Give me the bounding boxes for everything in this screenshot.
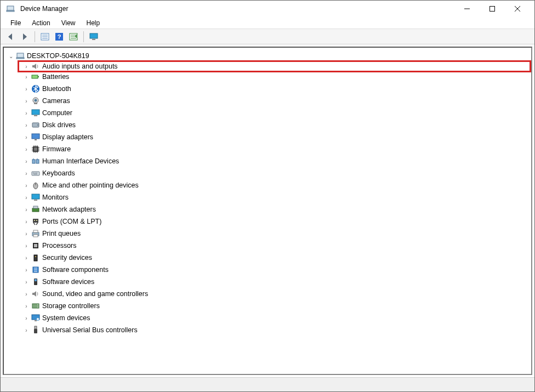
device-category[interactable]: ›Network adapters — [19, 203, 531, 215]
device-category[interactable]: ›Processors — [19, 240, 531, 252]
printer-icon — [31, 229, 40, 238]
expander-icon[interactable]: › — [22, 291, 30, 297]
menubar: FileActionViewHelp — [1, 17, 534, 29]
device-category[interactable]: ›Software components — [19, 264, 531, 276]
svg-rect-87 — [36, 173, 37, 173]
app-icon — [6, 4, 15, 13]
expander-icon[interactable]: › — [22, 243, 30, 249]
expander-icon[interactable]: › — [22, 183, 30, 189]
expander-icon[interactable]: › — [22, 279, 30, 285]
expander-icon[interactable]: › — [22, 195, 30, 201]
menu-file[interactable]: File — [5, 18, 26, 28]
device-category[interactable]: ›Firmware — [19, 143, 531, 155]
svg-rect-95 — [33, 219, 38, 223]
device-category[interactable]: ›Cameras — [19, 95, 531, 107]
category-label: Disk drives — [42, 121, 76, 129]
chip-icon — [31, 145, 40, 154]
menu-help[interactable]: Help — [81, 18, 106, 28]
device-category[interactable]: ›Sound, video and game controllers — [19, 288, 531, 300]
device-category[interactable]: ›Batteries — [19, 71, 531, 83]
close-button[interactable] — [505, 1, 530, 17]
device-tree[interactable]: ⌄DESKTOP-504K819›Audio inputs and output… — [3, 47, 532, 375]
device-category[interactable]: ›Keyboards — [19, 167, 531, 179]
device-category[interactable]: ›Display adapters — [19, 131, 531, 143]
svg-rect-65 — [92, 39, 95, 40]
expander-icon[interactable]: › — [22, 207, 30, 213]
expander-icon[interactable]: › — [22, 146, 30, 152]
component-icon — [31, 265, 40, 274]
expander-icon[interactable]: › — [22, 171, 30, 177]
back-button[interactable] — [4, 30, 17, 43]
expander-icon[interactable]: › — [22, 255, 30, 261]
expander-icon[interactable]: › — [22, 74, 30, 80]
expander-icon[interactable]: › — [22, 303, 30, 309]
expander-icon[interactable]: › — [22, 122, 30, 128]
expander-icon[interactable]: › — [22, 327, 30, 333]
svg-point-97 — [36, 220, 37, 221]
device-category[interactable]: ›System devices — [19, 312, 531, 324]
svg-rect-108 — [32, 304, 39, 308]
forward-button[interactable] — [18, 30, 31, 43]
device-category[interactable]: ›Bluetooth — [19, 83, 531, 95]
expander-icon[interactable]: › — [22, 315, 30, 321]
svg-point-109 — [37, 304, 38, 305]
monitor-icon — [31, 109, 40, 117]
keyboard-icon — [31, 169, 40, 178]
display-icon — [31, 133, 40, 141]
expander-icon[interactable]: › — [22, 267, 30, 273]
device-category[interactable]: ›Human Interface Devices — [19, 155, 531, 167]
disk-icon — [31, 121, 40, 129]
svg-rect-93 — [32, 208, 39, 212]
device-category[interactable]: ›Ports (COM & LPT) — [19, 215, 531, 228]
details-button[interactable] — [38, 30, 52, 43]
svg-rect-102 — [34, 244, 37, 247]
category-label: Storage controllers — [42, 302, 100, 310]
svg-rect-81 — [34, 147, 37, 151]
device-category[interactable]: ›Monitors — [19, 191, 531, 203]
device-category[interactable]: ›Print queues — [19, 228, 531, 240]
device-category[interactable]: ›Disk drives — [19, 119, 531, 131]
category-label: Display adapters — [42, 133, 93, 141]
expander-icon[interactable]: › — [22, 98, 30, 104]
expander-icon[interactable]: › — [22, 219, 30, 225]
usb-icon — [31, 326, 40, 334]
maximize-button[interactable] — [480, 1, 505, 17]
svg-rect-83 — [36, 160, 39, 163]
svg-rect-99 — [33, 230, 38, 232]
svg-rect-82 — [32, 160, 35, 163]
svg-rect-74 — [32, 110, 39, 115]
hid-icon — [31, 157, 40, 166]
device-category[interactable]: ›Security devices — [19, 252, 531, 264]
window-controls — [454, 1, 530, 17]
camera-icon — [31, 96, 40, 105]
expander-icon[interactable]: › — [22, 64, 30, 70]
bluetooth-icon — [31, 84, 40, 93]
device-category[interactable]: ›Universal Serial Bus controllers — [19, 324, 531, 336]
device-category[interactable]: ›Software devices — [19, 276, 531, 288]
expander-icon[interactable]: › — [22, 158, 30, 164]
svg-rect-84 — [32, 172, 39, 175]
expander-icon[interactable]: ⌄ — [7, 53, 15, 59]
category-label: Mice and other pointing devices — [42, 181, 139, 189]
help-button[interactable]: ? — [53, 30, 66, 43]
expander-icon[interactable]: › — [22, 134, 30, 140]
expander-icon[interactable]: › — [22, 86, 30, 92]
category-label: Security devices — [42, 254, 92, 262]
speaker-icon — [31, 289, 40, 298]
device-category[interactable]: ›Mice and other pointing devices — [19, 179, 531, 191]
menu-view[interactable]: View — [56, 18, 81, 28]
svg-rect-54 — [7, 6, 14, 10]
monitor-button[interactable] — [87, 30, 100, 43]
expander-icon[interactable]: › — [22, 231, 30, 237]
minimize-button[interactable] — [454, 1, 480, 17]
device-category[interactable]: ›Computer — [19, 107, 531, 119]
category-label: Human Interface Devices — [42, 157, 119, 165]
expander-icon[interactable]: › — [22, 110, 30, 116]
svg-text:?: ? — [58, 33, 61, 40]
svg-rect-66 — [17, 53, 24, 58]
scan-button[interactable] — [67, 30, 80, 43]
svg-rect-94 — [33, 206, 38, 208]
toolbar-separator — [35, 31, 35, 42]
menu-action[interactable]: Action — [26, 18, 55, 28]
device-category[interactable]: ›Storage controllers — [19, 300, 531, 312]
